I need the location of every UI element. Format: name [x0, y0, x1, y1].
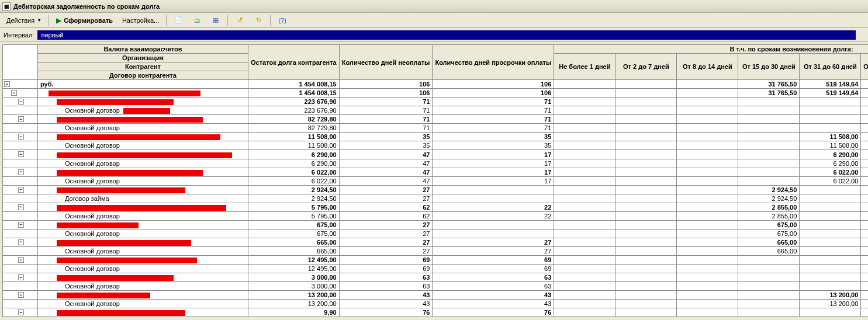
tree-toggle-icon[interactable]: − [18, 151, 24, 157]
tree-toggle-icon[interactable]: − [18, 274, 24, 280]
form-button[interactable]: ▶ Сформировать [52, 15, 117, 26]
table-row[interactable]: Основной договор3 000,0063633 000,00 [3, 282, 869, 291]
tree-toggle-icon[interactable]: − [18, 134, 24, 140]
actions-menu[interactable]: Действия ▼ [2, 15, 46, 26]
cell-b3 [677, 115, 738, 124]
tree-toggle-icon[interactable]: − [18, 292, 24, 298]
cell-b3 [677, 194, 738, 203]
tree-toggle-icon[interactable]: − [18, 309, 24, 315]
tool-tree-icon[interactable]: 🗂 [188, 14, 206, 27]
table-row[interactable]: −12 495,00696912 495,00 [3, 256, 869, 265]
table-row[interactable]: Основной договор12 495,00696912 495,00 [3, 265, 869, 273]
table-row[interactable]: −2 924,50272 924,50 [3, 185, 869, 194]
cell-b1 [554, 133, 615, 141]
table-row[interactable]: −13 200,00434313 200,00 [3, 291, 869, 300]
row-name [38, 98, 248, 106]
cell-b2 [615, 238, 677, 246]
cell-b1 [554, 115, 615, 124]
cell-b1 [554, 89, 615, 98]
tree-toggle-icon[interactable]: − [18, 99, 24, 105]
cell-b3 [677, 133, 738, 141]
tree-toggle-icon[interactable]: − [18, 169, 24, 175]
table-row[interactable]: Основной договор6 022,0047176 022,00 [3, 176, 869, 185]
redacted-text [57, 99, 174, 105]
table-row[interactable]: Основной договор223 676,907171223 676,90 [3, 106, 869, 115]
table-row[interactable]: −665,002727665,00 [3, 238, 869, 246]
cell-b6 [861, 185, 868, 194]
row-name [38, 220, 248, 229]
header-contract: Договор контрагента [38, 71, 248, 80]
table-row[interactable]: −82 729,80717182 729,80 [3, 115, 869, 124]
tree-toggle-icon[interactable]: − [11, 90, 17, 96]
cell-b2 [615, 159, 677, 168]
tool-report-icon[interactable]: 📄 [170, 14, 187, 27]
table-row[interactable]: Основной договор675,0027675,00 [3, 229, 869, 238]
table-row[interactable]: −6 022,0047176 022,00 [3, 168, 869, 176]
cell-b6: 903 093,01 [861, 80, 868, 89]
table-row[interactable]: −1 454 008,1510610631 765,50519 149,6490… [3, 89, 869, 98]
cell-b4: 2 924,50 [738, 194, 800, 203]
cell-balance: 5 795,00 [248, 211, 340, 220]
settings-button[interactable]: Настройка... [118, 15, 163, 26]
tree-toggle-icon[interactable]: − [18, 116, 24, 122]
cell-balance: 3 000,00 [248, 282, 340, 291]
cell-d1: 47 [339, 150, 433, 159]
cell-b6: 3 000,00 [861, 282, 868, 291]
cell-b2 [615, 168, 677, 176]
table-row[interactable]: Основной договор11 508,00353511 508,00 [3, 141, 869, 150]
table-row[interactable]: Основной договор6 290,0047176 290,00 [3, 159, 869, 168]
tool-expand-icon[interactable]: ↺ [231, 14, 248, 27]
settings-label: Настройка... [122, 17, 159, 24]
help-button[interactable]: (?) [274, 14, 291, 27]
cell-b5 [800, 98, 861, 106]
table-row[interactable]: −675,0027675,00 [3, 220, 869, 229]
toolbar: Действия ▼ ▶ Сформировать Настройка... 📄… [0, 13, 868, 28]
tool-collapse-icon[interactable]: ↻ [250, 14, 267, 27]
cell-b5 [800, 308, 861, 317]
cell-b2 [615, 89, 677, 98]
tool-table-icon[interactable]: ▦ [207, 14, 224, 27]
header-buckets-title: В т.ч. по срокам возникновения долга: [554, 45, 868, 54]
cell-b1 [554, 238, 615, 246]
cell-d2: 69 [433, 265, 554, 273]
header-org: Организация [38, 54, 248, 62]
tree-toggle-icon[interactable]: − [18, 187, 24, 193]
tree-toggle-icon[interactable]: − [18, 257, 24, 263]
table-row[interactable]: Основной договор82 729,80717182 729,80 [3, 124, 869, 133]
filter-bar: Интервал: первый [0, 28, 868, 42]
cell-b2 [615, 256, 677, 265]
table-row[interactable]: −11 508,00353511 508,00 [3, 133, 869, 141]
table-row[interactable]: Основной договор13 200,00434313 200,00 [3, 300, 869, 308]
cell-d2: 22 [433, 211, 554, 220]
cell-b3 [677, 273, 738, 282]
cell-b1 [554, 291, 615, 300]
table-row[interactable]: −5 795,0062222 855,002 940,00 [3, 203, 869, 211]
cell-b2 [615, 185, 677, 194]
table-row[interactable]: Основной договор665,002727665,00 [3, 247, 869, 256]
tree-toggle-icon[interactable]: − [4, 81, 10, 87]
row-name: Договор займа [38, 194, 248, 203]
cell-b6: 223 676,90 [861, 106, 868, 115]
redacted-text [49, 91, 200, 96]
table-row[interactable]: Договор займа2 924,50272 924,50 [3, 194, 869, 203]
tree-toggle-icon[interactable]: − [18, 239, 24, 245]
table-row[interactable]: −3 000,0063633 000,00 [3, 273, 869, 282]
cell-d1: 71 [339, 115, 433, 124]
tree-toggle-icon[interactable]: − [18, 204, 24, 210]
cell-b1 [554, 150, 615, 159]
cell-b6 [861, 159, 868, 168]
table-row[interactable]: Основной договор5 795,0062222 855,002 94… [3, 211, 869, 220]
cell-b5 [800, 194, 861, 203]
cell-b2 [615, 133, 677, 141]
table-row[interactable]: −6 290,0047176 290,00 [3, 150, 869, 159]
tree-toggle-icon[interactable]: − [18, 222, 24, 228]
cell-b2 [615, 203, 677, 211]
table-row[interactable]: −руб.1 454 008,1510610631 765,50519 149,… [3, 80, 869, 89]
cell-b5 [800, 256, 861, 265]
row-name: Основной договор [38, 229, 248, 238]
tree-gutter: − [3, 273, 38, 282]
interval-value[interactable]: первый [37, 30, 856, 40]
row-name [38, 185, 248, 194]
table-row[interactable]: −223 676,907171223 676,90 [3, 98, 869, 106]
table-row[interactable]: −9,9076769,90 [3, 308, 869, 317]
